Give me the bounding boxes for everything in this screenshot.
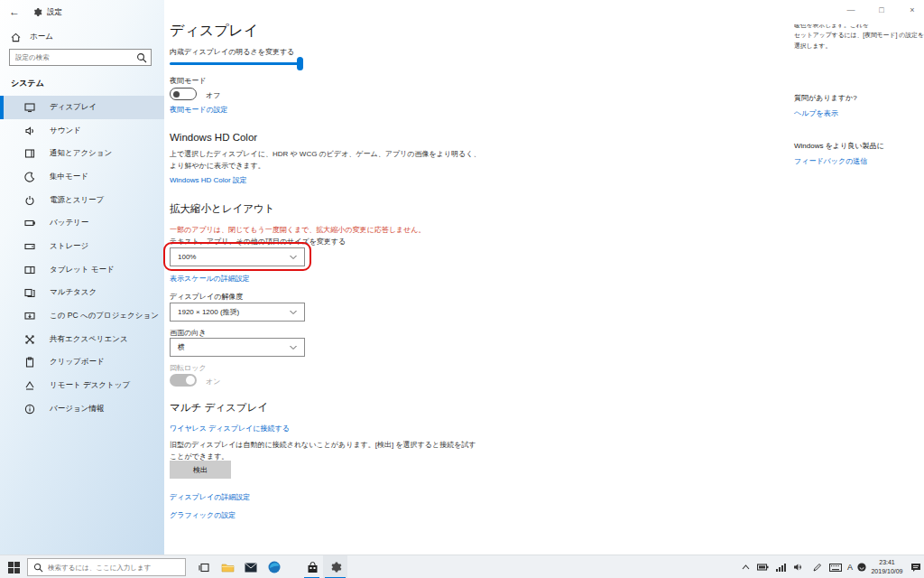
sidebar-item-label: マルチタスク xyxy=(50,287,97,298)
sidebar-item-home[interactable]: ホーム xyxy=(11,30,53,44)
multi-display-title: マルチ ディスプレイ xyxy=(170,401,268,415)
tray-expand-button[interactable] xyxy=(738,555,753,578)
tray-volume-button[interactable] xyxy=(790,555,807,578)
settings-search-box[interactable] xyxy=(9,49,152,66)
advanced-scaling-link[interactable]: 表示スケールの詳細設定 xyxy=(170,274,250,284)
night-mode-label: 夜間モード xyxy=(170,76,206,86)
brightness-slider[interactable] xyxy=(170,62,300,65)
resolution-dropdown-value: 1920 × 1200 (推奨) xyxy=(171,307,289,317)
edge-icon xyxy=(268,561,281,573)
hd-color-description: 上で選択したディスプレイに、HDR や WCG のビデオ、ゲーム、アプリの画像を… xyxy=(170,148,481,172)
sidebar-item-display[interactable]: ディスプレイ xyxy=(0,96,164,119)
night-tip-line: 選択します。 xyxy=(794,42,831,51)
shared-experiences-icon xyxy=(24,334,35,345)
feedback-title: Windows をより良い製品に xyxy=(794,141,884,151)
search-icon xyxy=(33,563,43,573)
sidebar-item-about[interactable]: バージョン情報 xyxy=(0,397,164,421)
tablet-mode-icon xyxy=(24,265,35,275)
clock-time: 23:41 xyxy=(864,558,910,567)
chevron-down-icon xyxy=(289,343,298,352)
folder-icon xyxy=(221,562,235,573)
mail-button[interactable] xyxy=(240,555,262,578)
scale-dropdown[interactable]: 100% xyxy=(170,247,305,266)
clipboard-icon xyxy=(24,357,35,368)
chevron-up-icon xyxy=(742,564,750,570)
windows-logo-icon xyxy=(8,562,20,573)
sidebar-item-remote-desktop[interactable]: リモート デスクトップ xyxy=(0,374,164,397)
keyboard-icon xyxy=(829,564,842,572)
taskbar-clock[interactable]: 23:41 2019/10/09 xyxy=(864,558,910,575)
taskbar-search-box[interactable] xyxy=(27,558,186,576)
orientation-dropdown[interactable]: 横 xyxy=(170,338,305,357)
taskbar-search-input[interactable] xyxy=(48,564,185,572)
send-feedback-link[interactable]: フィードバックの送信 xyxy=(794,156,867,166)
orientation-label: 画面の向き xyxy=(170,328,206,338)
task-view-icon xyxy=(199,562,210,573)
multi-display-description: 旧型のディスプレイは自動的に接続されないことがあります。[検出] を選択すると接… xyxy=(170,439,481,462)
settings-app-button[interactable] xyxy=(323,555,347,578)
sidebar-item-focus-assist[interactable]: 集中モード xyxy=(0,165,164,189)
night-tip-clipped-line: 暖色を表示します。これを xyxy=(794,24,924,30)
app-title: 設定 xyxy=(47,7,62,18)
night-mode-settings-link[interactable]: 夜間モードの設定 xyxy=(170,105,228,115)
advanced-display-link[interactable]: ディスプレイの詳細設定 xyxy=(170,492,250,502)
get-help-link[interactable]: ヘルプを表示 xyxy=(794,108,838,118)
scale-label: テキスト、アプリ、その他の項目のサイズを変更する xyxy=(170,237,346,247)
sidebar-item-sound[interactable]: サウンド xyxy=(0,119,164,143)
graphics-settings-link[interactable]: グラフィックの設定 xyxy=(170,510,236,520)
sidebar-item-label: クリップボード xyxy=(50,357,105,368)
brightness-slider-handle[interactable] xyxy=(297,57,303,70)
sidebar-item-projecting[interactable]: この PC へのプロジェクション xyxy=(0,304,164,328)
sidebar-item-label: バッテリー xyxy=(50,218,88,228)
sidebar-item-storage[interactable]: ストレージ xyxy=(0,235,164,258)
sidebar-item-multitasking[interactable]: マルチタスク xyxy=(0,282,164,305)
sidebar-item-clipboard[interactable]: クリップボード xyxy=(0,351,164,375)
right-help-panel: 暖色を表示します。これを セットアップするには、[夜間モード] の設定を 選択し… xyxy=(794,0,924,555)
sidebar-item-label: 通知とアクション xyxy=(50,148,112,159)
resolution-dropdown[interactable]: 1920 × 1200 (推奨) xyxy=(170,303,305,322)
page-title: ディスプレイ xyxy=(170,22,258,41)
wireless-display-link[interactable]: ワイヤレス ディスプレイに接続する xyxy=(170,424,290,434)
remote-desktop-icon xyxy=(24,380,35,391)
sidebar-item-label: リモート デスクトップ xyxy=(50,380,130,391)
orientation-dropdown-value: 横 xyxy=(171,342,289,352)
night-mode-state: オフ xyxy=(206,90,220,100)
store-button[interactable] xyxy=(301,555,323,578)
sidebar-item-notifications[interactable]: 通知とアクション xyxy=(0,142,164,165)
tray-battery-button[interactable] xyxy=(754,555,771,578)
rotation-lock-label: 回転ロック xyxy=(170,363,207,373)
file-explorer-button[interactable] xyxy=(217,555,238,578)
back-button[interactable]: ← xyxy=(9,5,20,18)
power-icon xyxy=(24,195,35,206)
night-mode-toggle[interactable] xyxy=(170,88,197,100)
projecting-icon xyxy=(24,311,35,322)
tray-touch-keyboard-button[interactable] xyxy=(827,555,845,578)
tray-network-button[interactable] xyxy=(772,555,789,578)
tray-pen-button[interactable] xyxy=(808,555,825,578)
question-title: 質問がありますか? xyxy=(794,93,857,103)
resolution-label: ディスプレイの解像度 xyxy=(170,292,243,302)
sidebar-item-shared-experiences[interactable]: 共有エクスペリエンス xyxy=(0,328,164,351)
focus-assist-icon xyxy=(24,172,35,182)
sidebar-item-label: ディスプレイ xyxy=(50,102,97,113)
task-view-button[interactable] xyxy=(193,555,215,578)
settings-search-input[interactable] xyxy=(10,53,136,61)
sidebar-item-label: この PC へのプロジェクション xyxy=(50,311,159,322)
notifications-icon xyxy=(24,148,35,159)
sound-icon xyxy=(24,126,35,136)
edge-browser-button[interactable] xyxy=(263,555,285,578)
detect-button[interactable]: 検出 xyxy=(170,461,231,479)
display-icon xyxy=(24,102,35,113)
hd-color-settings-link[interactable]: Windows HD Color 設定 xyxy=(170,175,247,185)
sidebar-item-power-sleep[interactable]: 電源とスリープ xyxy=(0,189,164,212)
network-signal-icon xyxy=(776,564,786,572)
sidebar-item-tablet-mode[interactable]: タブレット モード xyxy=(0,258,164,282)
sidebar-item-label: ストレージ xyxy=(50,241,88,252)
start-button[interactable] xyxy=(4,555,23,578)
hd-color-title: Windows HD Color xyxy=(170,132,257,143)
chevron-down-icon xyxy=(289,253,298,262)
action-center-button[interactable] xyxy=(908,555,924,578)
ime-mode-indicator[interactable]: A xyxy=(844,555,856,578)
home-icon xyxy=(11,33,21,42)
sidebar-item-battery[interactable]: バッテリー xyxy=(0,211,164,235)
